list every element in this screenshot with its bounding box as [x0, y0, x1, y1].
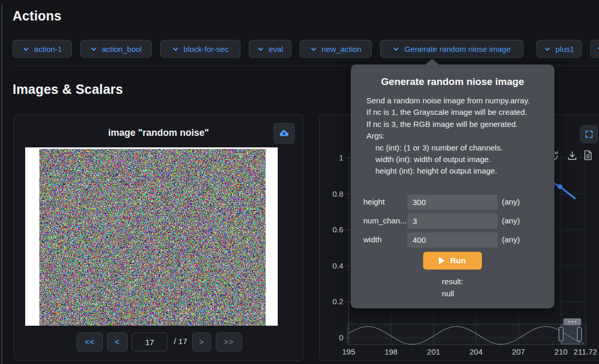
action-popup: Generate random niose image Send a rando… — [351, 65, 554, 308]
images-scalars-heading: Images & Scalars — [13, 82, 123, 97]
action-button-plus1[interactable]: plus1 — [537, 40, 582, 58]
action-button-eval[interactable]: eval — [249, 40, 291, 58]
chevron-down-icon — [172, 46, 179, 52]
app-root: Actions action-1 action_bool block-for-s… — [0, 0, 599, 364]
datazoom-handle[interactable] — [577, 327, 582, 341]
result-value: null — [442, 287, 464, 299]
x-tick-label: 195 — [342, 347, 355, 356]
image-download-button[interactable] — [274, 123, 295, 144]
x-tick-label: 211.72 — [574, 347, 597, 356]
pagination-total-label: / 17 — [174, 337, 187, 346]
result-block: result: null — [351, 275, 554, 299]
grip-dot — [575, 321, 576, 323]
x-tick-label: 207 — [512, 347, 525, 356]
image-card-title: image "random noise" — [14, 127, 303, 138]
x-tick-label: 204 — [469, 347, 482, 356]
actions-heading: Actions — [13, 8, 61, 24]
cloud-download-icon — [279, 128, 289, 138]
description-line: If nc is 1, the Grayscale image will be … — [366, 106, 546, 118]
action-button-action-1[interactable]: action-1 — [13, 40, 72, 58]
field-label: width — [363, 235, 406, 244]
description-line: If nc is 3, the RGB image will be genera… — [366, 119, 546, 130]
pagination-first-button[interactable]: << — [77, 333, 103, 351]
x-tick-label: 198 — [384, 347, 397, 356]
field-type-hint: (any) — [502, 216, 520, 225]
action-button-label: block-for-sec — [184, 45, 229, 53]
datazoom-handle[interactable] — [559, 327, 563, 341]
grip-dot — [572, 321, 573, 323]
action-button-label: action-1 — [34, 45, 62, 53]
fullscreen-button[interactable] — [580, 125, 598, 143]
action-button-label: eval — [269, 45, 283, 53]
field-row-num-channels: num_chan... (any) — [351, 213, 554, 229]
series-point-marker[interactable] — [558, 184, 562, 189]
noise-image-frame — [25, 147, 278, 326]
run-button-label: Run — [450, 256, 466, 265]
field-row-width: width (any) — [351, 232, 554, 248]
action-button-label: Generate random niose image — [404, 45, 511, 53]
pagination-page-input[interactable] — [132, 333, 167, 351]
y-tick-label: 0.4 — [332, 261, 343, 270]
num-channels-field[interactable] — [407, 213, 498, 229]
download-icon — [566, 149, 579, 162]
document-icon — [582, 149, 594, 162]
data-view-button[interactable] — [582, 149, 594, 164]
action-button-action-bool[interactable]: action_bool — [80, 40, 152, 58]
field-label: num_chan... — [363, 216, 406, 225]
action-button-generate-random-niose-image[interactable]: Generate random niose image — [380, 40, 523, 58]
chevron-down-icon — [393, 46, 400, 52]
description-line: Args: — [366, 130, 546, 142]
pagination-last-button[interactable]: >> — [216, 333, 242, 351]
play-icon — [439, 257, 445, 264]
run-button[interactable]: Run — [423, 252, 482, 270]
description-line: height (int): height of output image. — [366, 165, 546, 177]
y-tick-label: 0.2 — [332, 297, 343, 306]
scrollbar-strip[interactable] — [1, 4, 3, 364]
description-line: nc (int): (1 or 3) number of channels. — [366, 142, 546, 154]
x-tick-label: 201 — [427, 347, 440, 356]
image-card: image "random noise" << < / 17 > >> — [14, 114, 303, 361]
description-line: width (int): width of output image. — [366, 154, 546, 165]
chevron-down-icon — [544, 46, 551, 52]
x-tick-label: 210 — [554, 347, 568, 356]
chevron-down-icon — [310, 46, 317, 52]
chevron-down-icon — [257, 46, 264, 52]
action-button-label: plus1 — [555, 45, 574, 53]
popup-title: Generate random niose image — [351, 76, 554, 88]
field-row-height: height (any) — [351, 195, 554, 210]
action-button-block-for-sec[interactable]: block-for-sec — [160, 40, 240, 58]
action-button-label: new_action — [322, 45, 362, 53]
chevron-down-icon — [90, 46, 97, 52]
grip-dot — [569, 321, 570, 323]
field-type-hint: (any) — [502, 235, 520, 244]
fullscreen-icon — [584, 130, 594, 139]
random-noise-image — [39, 149, 266, 326]
result-label: result: — [442, 275, 464, 287]
popup-description: Send a random noise image from numpy.arr… — [366, 95, 546, 177]
y-tick-label: 1 — [339, 153, 343, 162]
action-button-truncated[interactable] — [590, 40, 599, 58]
y-tick-label: 0.8 — [332, 189, 343, 198]
y-tick-label: 0.6 — [332, 225, 343, 234]
action-button-new-action[interactable]: new_action — [300, 40, 372, 58]
field-type-hint: (any) — [502, 197, 520, 206]
pagination-next-button[interactable]: > — [192, 333, 211, 351]
action-button-label: action_bool — [102, 45, 142, 53]
y-tick-label: 0 — [339, 333, 343, 342]
chevron-down-icon — [597, 46, 599, 52]
chevron-down-icon — [23, 46, 29, 52]
field-label: height — [363, 197, 406, 206]
popup-caret — [425, 59, 439, 65]
description-line: Send a random noise image from numpy.arr… — [366, 95, 546, 106]
height-field[interactable] — [407, 195, 498, 210]
download-button[interactable] — [566, 149, 579, 164]
width-field[interactable] — [407, 232, 498, 248]
datazoom-window[interactable] — [561, 325, 580, 344]
pagination-prev-button[interactable]: < — [107, 333, 128, 351]
